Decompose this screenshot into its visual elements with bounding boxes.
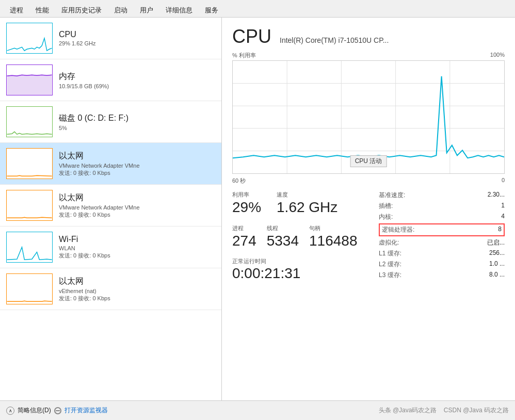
bottom-right: 头条 @Java码农之路 CSDN @Java 码农之路: [379, 406, 509, 415]
sidebar-item-ram[interactable]: 内存 10.9/15.8 GB (69%): [0, 59, 221, 101]
sidebar-item-ethernet1[interactable]: 以太网 VMware Network Adapter VMne 发送: 0 接收…: [0, 143, 221, 185]
l3-key: L3 缓存:: [379, 271, 401, 280]
threads-value: 5334: [267, 232, 299, 250]
cpu-title: CPU: [232, 26, 271, 47]
sidebar-item-ethernet2[interactable]: 以太网 VMware Network Adapter VMne 发送: 0 接收…: [0, 185, 221, 227]
expand-label[interactable]: 简略信息(D): [18, 406, 51, 415]
svg-rect-5: [7, 190, 52, 220]
watermark: 头条 @Java码农之路: [379, 407, 437, 414]
slots-row: 插槽: 1: [379, 202, 505, 211]
virtualization-val: 已启...: [487, 238, 505, 247]
disk-thumbnail: [6, 106, 53, 137]
virtualization-key: 虚拟化:: [379, 238, 399, 247]
cpu-item-title: CPU: [59, 30, 215, 39]
ethernet3-thumbnail: [6, 273, 53, 304]
right-panel: CPU Intel(R) Core(TM) i7-10510U CP... % …: [222, 18, 515, 400]
bottom-bar: ∧ 简略信息(D) 打开资源监视器 头条 @Java码农之路 CSDN @Jav…: [0, 400, 515, 420]
bottom-left: ∧ 简略信息(D) 打开资源监视器: [6, 406, 108, 415]
sidebar-item-wifi[interactable]: Wi-Fi WLAN 发送: 0 接收: 0 Kbps: [0, 227, 221, 268]
cores-key: 内核:: [379, 213, 393, 221]
cpu-header: CPU Intel(R) Core(TM) i7-10510U CP...: [232, 26, 505, 47]
disk-item-info: 磁盘 0 (C: D: E: F:) 5%: [59, 113, 215, 131]
ram-item-info: 内存 10.9/15.8 GB (69%): [59, 71, 215, 89]
l1-key: L1 缓存:: [379, 249, 401, 258]
svg-rect-6: [7, 232, 52, 262]
l3-row: L3 缓存: 8.0 ...: [379, 271, 505, 280]
wifi-item-detail: 发送: 0 接收: 0 Kbps: [59, 252, 215, 260]
tab-process[interactable]: 进程: [4, 3, 29, 17]
l1-row: L1 缓存: 256...: [379, 249, 505, 258]
disk-item-title: 磁盘 0 (C: D: E: F:): [59, 113, 215, 124]
threads-block: 线程 5334: [267, 224, 299, 250]
cpu-activity-badge: CPU 活动: [350, 155, 387, 167]
processes-value: 274: [232, 232, 256, 250]
wifi-item-subtitle: WLAN: [59, 245, 215, 251]
slots-val: 1: [501, 202, 505, 211]
wifi-thumbnail: [6, 232, 53, 263]
tab-startup[interactable]: 启动: [108, 3, 133, 17]
no-entry-icon: [54, 407, 61, 414]
cpu-item-info: CPU 29% 1.62 GHz: [59, 30, 215, 46]
utilization-value: 29%: [232, 199, 261, 216]
ethernet1-item-title: 以太网: [59, 151, 215, 161]
chart-label-top: % 利用率 100%: [232, 52, 505, 59]
sidebar-item-disk[interactable]: 磁盘 0 (C: D: E: F:) 5%: [0, 101, 221, 143]
cpu-chart: CPU 活动: [232, 60, 505, 174]
handles-block: 句柄 116488: [309, 224, 357, 250]
svg-rect-7: [7, 274, 52, 304]
wifi-item-title: Wi-Fi: [59, 235, 215, 244]
handles-value: 116488: [309, 232, 357, 250]
sidebar-item-cpu[interactable]: CPU 29% 1.62 GHz: [0, 18, 221, 59]
cpu-thumbnail: [6, 23, 53, 54]
watermark2: CSDN @Java 码农之路: [444, 407, 509, 414]
cores-val: 4: [501, 213, 505, 221]
handles-label: 句柄: [309, 224, 357, 232]
cpu-model: Intel(R) Core(TM) i7-10510U CP...: [280, 36, 389, 44]
ethernet2-item-subtitle: VMware Network Adapter VMne: [59, 204, 215, 211]
speed-value: 1.62 GHz: [277, 199, 337, 216]
chart-0-label: 0: [502, 177, 505, 185]
right-stats: 基准速度: 2.30... 插槽: 1 内核: 4 逻辑处理器: 8: [379, 191, 505, 280]
chart-label-bottom: 60 秒 0: [232, 177, 505, 185]
open-monitor-link[interactable]: 打开资源监视器: [65, 406, 108, 415]
l1-val: 256...: [489, 249, 505, 258]
speed-block: 速度 1.62 GHz: [277, 191, 337, 216]
left-panel: CPU 29% 1.62 GHz 内存 10.9/15.8 GB (69%): [0, 18, 222, 400]
wifi-item-info: Wi-Fi WLAN 发送: 0 接收: 0 Kbps: [59, 235, 215, 260]
chart-utilization-label: % 利用率: [232, 52, 256, 59]
ram-item-subtitle: 10.9/15.8 GB (69%): [59, 83, 215, 89]
utilization-label: 利用率: [232, 191, 261, 199]
cores-row: 内核: 4: [379, 213, 505, 221]
ethernet1-item-detail: 发送: 0 接收: 0 Kbps: [59, 169, 215, 177]
right-stat-block: 基准速度: 2.30... 插槽: 1 内核: 4 逻辑处理器: 8: [368, 191, 505, 282]
left-stats: 利用率 29% 速度 1.62 GHz 进程 274 线程: [232, 191, 368, 282]
uptime-label: 正常运行时间: [232, 257, 368, 265]
ethernet2-item-title: 以太网: [59, 192, 215, 203]
tab-performance[interactable]: 性能: [30, 3, 55, 17]
logical-processors-row: 逻辑处理器: 8: [379, 223, 505, 236]
tab-services[interactable]: 服务: [199, 3, 224, 17]
expand-icon[interactable]: ∧: [6, 407, 14, 415]
base-speed-key: 基准速度:: [379, 191, 405, 200]
tab-users[interactable]: 用户: [134, 3, 159, 17]
tab-app-history[interactable]: 应用历史记录: [56, 3, 107, 17]
sidebar-item-ethernet3[interactable]: 以太网 vEthernet (nat) 发送: 0 接收: 0 Kbps: [0, 268, 221, 310]
ethernet1-item-info: 以太网 VMware Network Adapter VMne 发送: 0 接收…: [59, 151, 215, 177]
utilization-block: 利用率 29%: [232, 191, 261, 216]
l3-val: 8.0 ...: [489, 271, 505, 280]
ram-item-title: 内存: [59, 71, 215, 82]
ethernet2-thumbnail: [6, 190, 53, 221]
logical-processors-val: 8: [498, 225, 502, 234]
l2-row: L2 缓存: 1.0 ...: [379, 260, 505, 269]
disk-item-subtitle: 5%: [59, 125, 215, 131]
chart-100-label: 100%: [490, 52, 505, 59]
ethernet3-item-detail: 发送: 0 接收: 0 Kbps: [59, 295, 215, 302]
speed-label: 速度: [277, 191, 337, 199]
processes-label: 进程: [232, 224, 256, 232]
tab-details[interactable]: 详细信息: [160, 3, 198, 17]
logical-processors-key: 逻辑处理器:: [382, 225, 414, 234]
l2-key: L2 缓存:: [379, 260, 401, 269]
threads-label: 线程: [267, 224, 299, 232]
ethernet3-item-title: 以太网: [59, 276, 215, 287]
main-container: CPU 29% 1.62 GHz 内存 10.9/15.8 GB (69%): [0, 18, 515, 400]
